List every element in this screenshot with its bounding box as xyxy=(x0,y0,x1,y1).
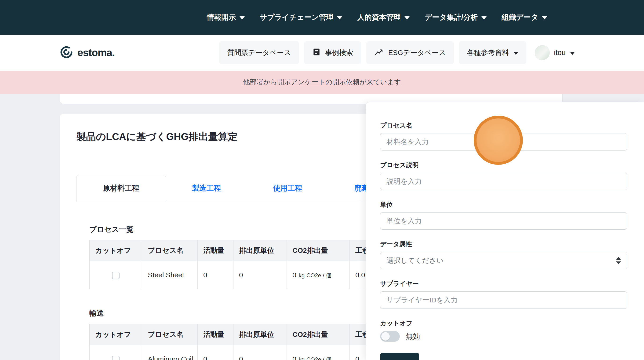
unit-field-group: 単位 xyxy=(380,201,627,230)
co2-unit: kg-CO2e / 個 xyxy=(299,356,332,360)
questionnaire-database-label: 質問票データベース xyxy=(227,48,291,58)
supplier-input[interactable] xyxy=(380,291,627,309)
cutoff-label: カットオフ xyxy=(380,320,627,327)
caret-down-icon xyxy=(542,16,547,20)
topnav-item-label: 情報開示 xyxy=(207,13,236,22)
process-name-cell: Aluminum Coil xyxy=(142,345,198,360)
topnav-item-data-analysis[interactable]: データ集計/分析 xyxy=(424,13,486,22)
topnav-item-label: サプライチェーン管理 xyxy=(260,13,333,22)
topnav-item-label: データ集計/分析 xyxy=(424,13,478,22)
user-menu[interactable]: itou xyxy=(535,45,575,60)
supplier-label: サプライヤー xyxy=(380,280,627,287)
cutoff-toggle-row: 無効 xyxy=(380,331,627,342)
activity-cell: 0 xyxy=(198,261,234,289)
process-name-field-group: プロセス名 xyxy=(380,122,627,151)
topnav-item-supply-chain[interactable]: サプライチェーン管理 xyxy=(260,13,342,22)
emission-factor-cell: 0 xyxy=(234,261,287,289)
app-header: estoma. 質問票データベース 事例検索 xyxy=(0,35,644,71)
co2-unit: kg-CO2e / 個 xyxy=(299,272,332,278)
unit-input[interactable] xyxy=(380,212,627,230)
user-avatar xyxy=(535,45,550,60)
caret-down-icon xyxy=(570,52,575,55)
unit-label: 単位 xyxy=(380,201,627,208)
disclosure-request-link[interactable]: 他部署から開示アンケートの開示依頼が来ています xyxy=(243,78,401,87)
cutoff-toggle[interactable] xyxy=(380,331,400,342)
updown-icon xyxy=(616,257,621,264)
col-cutoff: カットオフ xyxy=(90,324,142,345)
process-description-field-group: プロセス説明 xyxy=(380,162,627,190)
caret-down-icon xyxy=(337,16,342,20)
user-name: itou xyxy=(554,49,566,57)
toggle-knob xyxy=(381,332,390,340)
col-emission-factor: 排出原単位 xyxy=(234,240,287,261)
caret-down-icon xyxy=(513,52,518,55)
topnav-item-human-capital[interactable]: 人的資本管理 xyxy=(357,13,410,22)
co2-cell: 0kg-CO2e / 個 xyxy=(287,261,350,289)
cutoff-cell xyxy=(90,345,142,360)
caret-down-icon xyxy=(404,16,410,20)
questionnaire-database-button[interactable]: 質問票データベース xyxy=(219,41,299,64)
co2-value: 0 xyxy=(292,271,296,279)
cutoff-state-label: 無効 xyxy=(406,332,420,341)
brand-logo[interactable]: estoma. xyxy=(59,45,114,61)
process-edit-drawer: プロセス名 プロセス説明 単位 データ属性 選択してください サプライヤー xyxy=(366,102,644,360)
process-description-label: プロセス説明 xyxy=(380,162,627,169)
co2-value: 0 xyxy=(292,355,296,360)
cutoff-cell xyxy=(90,261,142,289)
data-attribute-select[interactable]: 選択してください xyxy=(380,252,627,269)
submit-button[interactable]: 登録 xyxy=(380,353,419,360)
esg-database-label: ESGデータベース xyxy=(388,48,446,58)
top-navigation: 情報開示 サプライチェーン管理 人的資本管理 データ集計/分析 組織データ xyxy=(0,0,644,35)
col-process-name: プロセス名 xyxy=(142,324,198,345)
col-activity: 活動量 xyxy=(198,240,234,261)
cutoff-checkbox[interactable] xyxy=(112,356,120,360)
col-co2: CO2排出量 xyxy=(287,324,350,345)
case-search-label: 事例検索 xyxy=(325,48,353,58)
process-description-input[interactable] xyxy=(380,173,627,190)
esg-database-button[interactable]: ESGデータベース xyxy=(366,41,454,64)
process-name-label: プロセス名 xyxy=(380,122,627,129)
col-co2: CO2排出量 xyxy=(287,240,350,261)
emission-factor-cell: 0 xyxy=(234,345,287,360)
co2-cell: 0kg-CO2e / 個 xyxy=(287,345,350,360)
process-name-cell: Steel Sheet xyxy=(142,261,198,289)
cutoff-checkbox[interactable] xyxy=(112,272,120,279)
data-attribute-selected-value: 選択してください xyxy=(386,256,444,265)
tab-label: 製造工程 xyxy=(192,183,221,193)
supplier-field-group: サプライヤー xyxy=(380,280,627,309)
line-chart-icon xyxy=(374,47,384,59)
activity-cell: 0 xyxy=(198,345,234,360)
col-activity: 活動量 xyxy=(198,324,234,345)
data-attribute-field-group: データ属性 選択してください xyxy=(380,241,627,269)
tab-manufacturing[interactable]: 製造工程 xyxy=(166,175,247,202)
topnav-item-label: 人的資本管理 xyxy=(357,13,401,22)
estoma-logo-icon xyxy=(59,45,74,61)
main-content: 製品のLCAに基づくGHG排出量算定 原材料工程 製造工程 使用工程 廃棄工程 … xyxy=(0,94,644,360)
col-cutoff: カットオフ xyxy=(90,240,142,261)
book-icon xyxy=(312,48,321,58)
tab-raw-materials[interactable]: 原材料工程 xyxy=(76,175,166,202)
reference-materials-button[interactable]: 各種参考資料 xyxy=(459,41,526,64)
col-process-name: プロセス名 xyxy=(142,240,198,261)
process-name-input[interactable] xyxy=(380,133,627,151)
reference-materials-label: 各種参考資料 xyxy=(467,48,509,58)
notification-banner: 他部署から開示アンケートの開示依頼が来ています xyxy=(0,71,644,94)
cutoff-field-group: カットオフ 無効 xyxy=(380,320,627,342)
topnav-item-disclosure[interactable]: 情報開示 xyxy=(207,13,245,22)
caret-down-icon xyxy=(482,16,486,20)
topnav-item-org-data[interactable]: 組織データ xyxy=(502,13,547,22)
tab-label: 使用工程 xyxy=(273,183,302,193)
brand-name: estoma. xyxy=(78,47,114,59)
col-emission-factor: 排出原単位 xyxy=(234,324,287,345)
tab-usage[interactable]: 使用工程 xyxy=(247,175,328,202)
case-search-button[interactable]: 事例検索 xyxy=(304,41,361,64)
header-actions: 質問票データベース 事例検索 ESGデータベース xyxy=(219,41,575,64)
topnav-item-label: 組織データ xyxy=(502,13,538,22)
tab-label: 原材料工程 xyxy=(103,183,139,193)
caret-down-icon xyxy=(240,16,245,20)
data-attribute-label: データ属性 xyxy=(380,241,627,248)
